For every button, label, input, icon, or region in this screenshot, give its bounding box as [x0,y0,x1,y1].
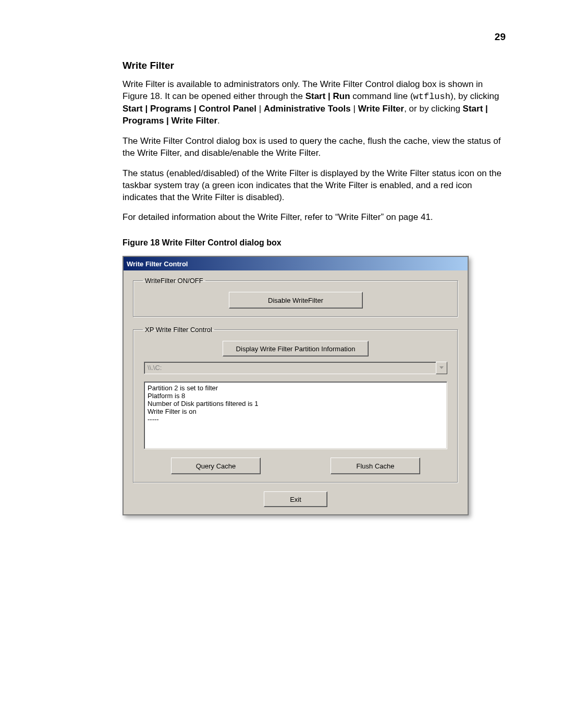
group-writefilter-onoff: WriteFilter ON/OFF Disable WriteFilter [133,277,458,317]
combobox-text: \\.\C: [144,362,436,374]
text: | [351,104,358,114]
exit-button[interactable]: Exit [264,491,327,507]
partition-info-text[interactable]: Partition 2 is set to filter Platform is… [144,381,447,449]
text-bold: Write Filter [358,104,404,114]
dialog-body: WriteFilter ON/OFF Disable WriteFilter X… [124,270,468,514]
display-partition-info-button[interactable]: Display Write Filter Partition Informati… [223,341,369,356]
text-bold: Start | Programs | Control Panel [123,104,256,114]
group-xp-write-filter-control: XP Write Filter Control Display Write Fi… [133,326,458,483]
text-bold: Start | Run [305,91,350,101]
text: command line ( [350,91,413,101]
svg-marker-0 [439,366,444,369]
paragraph-1: Write Filter is available to administrat… [123,79,506,127]
code-text: wtflush [413,92,450,102]
group-legend: XP Write Filter Control [143,326,214,334]
text-bold: Administrative Tools [264,104,351,114]
disable-writefilter-button[interactable]: Disable WriteFilter [229,292,363,309]
text: | [256,104,264,114]
dialog-title: Write Filter Control [127,260,188,268]
page-number: 29 [495,31,506,43]
partition-combobox[interactable]: \\.\C: [144,362,447,374]
flush-cache-button[interactable]: Flush Cache [331,458,420,474]
paragraph-3: The status (enabled/disabled) of the Wri… [123,168,506,204]
paragraph-2: The Write Filter Control dialog box is u… [123,135,506,159]
cache-button-row: Query Cache Flush Cache [140,449,451,474]
query-cache-button[interactable]: Query Cache [171,458,261,474]
chevron-down-icon [439,366,444,369]
figure-caption: Figure 18 Write Filter Control dialog bo… [123,238,506,248]
section-heading: Write Filter [123,60,506,71]
paragraph-4: For detailed information about the Write… [123,212,506,224]
write-filter-control-dialog: Write Filter Control WriteFilter ON/OFF … [123,256,469,515]
text: , or by clicking [404,104,462,114]
group-legend: WriteFilter ON/OFF [143,277,205,285]
dialog-titlebar[interactable]: Write Filter Control [124,257,468,270]
combobox-dropdown-button[interactable] [436,362,447,374]
text: . [217,116,220,126]
document-page: 29 Write Filter Write Filter is availabl… [0,0,563,567]
text: ), by clicking [450,91,499,101]
